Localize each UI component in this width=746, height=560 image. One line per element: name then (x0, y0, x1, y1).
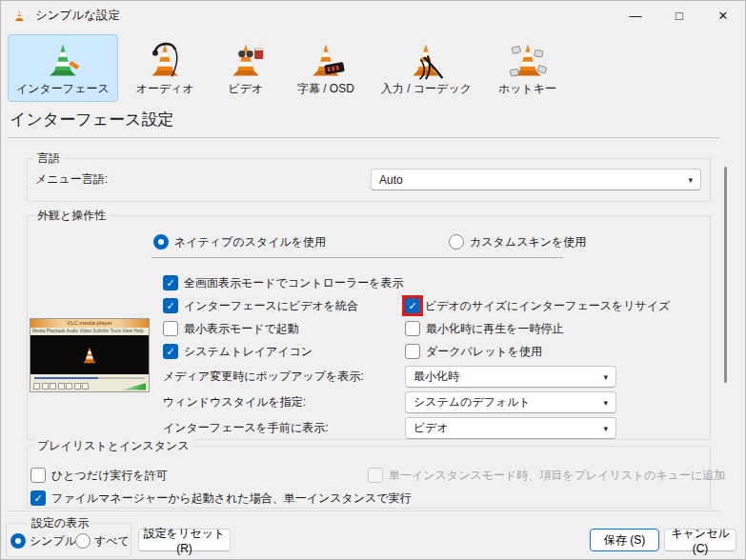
radio-icon[interactable] (75, 533, 91, 549)
chevron-down-icon: ▾ (603, 372, 608, 382)
preview-seek-progress (34, 377, 98, 379)
group-playlist-instances: プレイリストとインスタンス ひとつだけ実行を許可 単一インスタンスモード時、項目… (27, 446, 711, 509)
reset-preferences-button[interactable]: 設定をリセット (R) (138, 529, 231, 551)
chevron-down-icon: ▾ (603, 424, 608, 433)
maximize-button[interactable]: □ (657, 1, 701, 30)
footer-divider (8, 510, 719, 511)
menu-language-select[interactable]: Auto ▾ (371, 169, 701, 190)
checkbox-icon[interactable]: ✓ (30, 490, 46, 506)
checkbox-label: ひとつだけ実行を許可 (51, 468, 168, 484)
group-settings-view: 設定の表示 シンプル すべて (6, 523, 131, 557)
preview-button (82, 383, 89, 390)
radio-icon[interactable] (10, 533, 26, 549)
preview-cone-icon (77, 345, 102, 366)
checkbox-icon[interactable] (405, 321, 420, 336)
checkbox-icon[interactable] (405, 344, 420, 359)
group-playlist-title: プレイリストとインスタンス (33, 438, 193, 454)
preview-button (66, 383, 72, 390)
preview-seekbar (30, 374, 149, 381)
tab-subtitles-osd[interactable]: 字幕 / OSD (289, 34, 363, 102)
interface-preview-image: VLC media player Media Playback Audio Vi… (30, 318, 150, 392)
radio-custom-skin[interactable]: カスタムスキンを使用 (449, 233, 586, 250)
preview-button (33, 383, 40, 390)
group-language-title: 言語 (33, 150, 64, 167)
cancel-button[interactable]: キャンセル (C) (664, 529, 736, 551)
radio-icon[interactable] (449, 234, 464, 250)
checkbox-icon[interactable]: ✓ (405, 298, 420, 313)
tab-label: オーディオ (136, 81, 194, 97)
tab-video[interactable]: ビデオ (212, 34, 279, 102)
menu-language-label: メニュー言語: (35, 169, 108, 190)
tab-hotkeys[interactable]: ホットキー (490, 34, 565, 102)
vertical-scrollbar[interactable] (724, 167, 727, 383)
preview-controls (30, 381, 149, 391)
category-toolbar: インターフェース オーディオ ビデオ (8, 34, 565, 102)
preview-seek-track (34, 377, 145, 379)
interface-on-top-select[interactable]: ビデオ ▾ (405, 417, 616, 439)
group-language: 言語 メニュー言語: Auto ▾ (27, 158, 711, 202)
checkbox-fullscreen-controller[interactable]: ✓ 全画面表示モードでコントローラーを表示 (163, 274, 404, 291)
popup-on-media-change-select[interactable]: 最小化時 ▾ (405, 366, 616, 388)
preview-button (50, 383, 56, 390)
checkbox-label: 最小表示モードで起動 (184, 321, 299, 337)
checkbox-label: ファイルマネージャーから起動された場合、単一インスタンスで実行 (51, 490, 412, 507)
radio-label: すべて (94, 533, 130, 550)
checkbox-allow-one-instance[interactable]: ひとつだけ実行を許可 (30, 467, 168, 484)
checkbox-label: ビデオのサイズにインターフェースをリサイズ (425, 298, 670, 314)
tab-audio[interactable]: オーディオ (128, 34, 203, 102)
checkbox-label: 単一インスタンスモード時、項目をプレイリストのキューに追加 (389, 468, 725, 484)
checkbox-dark-palette[interactable]: ダークパレットを使用 (405, 343, 542, 360)
select-value: ビデオ (413, 420, 449, 436)
radio-simple-prefs[interactable]: シンプル (10, 532, 76, 550)
window-style-select[interactable]: システムのデフォルト ▾ (405, 391, 616, 413)
tab-label: 入力 / コーデック (381, 81, 472, 97)
popup-on-media-change-label: メディア変更時にポップアップを表示: (163, 366, 364, 388)
tab-input-codecs[interactable]: 入力 / コーデック (373, 34, 480, 102)
preview-button (58, 383, 65, 390)
checkbox-embed-video[interactable]: ✓ インターフェースにビデオを統合 (163, 297, 358, 314)
radio-icon[interactable] (153, 234, 169, 250)
preview-menubar: Media Playback Audio Video Subtitle Tool… (30, 328, 149, 335)
checkbox-filemanager-single-instance[interactable]: ✓ ファイルマネージャーから起動された場合、単一インスタンスで実行 (30, 490, 412, 507)
checkbox-icon[interactable]: ✓ (163, 298, 178, 313)
input-codecs-cone-icon (401, 40, 451, 80)
minimize-button[interactable]: — (614, 1, 657, 30)
window-title: シンプルな設定 (35, 8, 120, 24)
tab-interface[interactable]: インターフェース (8, 34, 118, 102)
checkbox-label: システムトレイアイコン (184, 344, 313, 360)
checkbox-icon[interactable]: ✓ (163, 344, 178, 359)
checkbox-icon[interactable] (30, 468, 46, 483)
window-controls: — □ ✕ (614, 1, 745, 30)
checkbox-label: ダークパレットを使用 (426, 344, 542, 360)
preview-button (74, 383, 81, 390)
checkbox-icon (368, 468, 383, 483)
settings-view-title: 設定の表示 (28, 515, 92, 531)
interface-on-top-label: インターフェースを手前に表示: (163, 417, 329, 439)
checkbox-resize-interface-to-video[interactable]: ✓ ビデオのサイズにインターフェースをリサイズ (405, 297, 670, 314)
heading-divider (8, 137, 719, 138)
interface-cone-icon (38, 40, 88, 80)
checkbox-pause-on-minimize[interactable]: 最小化時に再生を一時停止 (405, 320, 564, 337)
select-value: Auto (379, 173, 403, 187)
window-style-label: ウィンドウスタイルを指定: (163, 391, 306, 413)
radio-native-style[interactable]: ネイティブのスタイルを使用 (153, 233, 326, 250)
close-button[interactable]: ✕ (701, 1, 745, 30)
select-value: 最小化時 (413, 369, 459, 385)
radio-all-prefs[interactable]: すべて (75, 532, 130, 550)
save-button[interactable]: 保存 (S) (590, 529, 659, 551)
checkbox-start-minimal-view[interactable]: 最小表示モードで起動 (163, 320, 299, 337)
tab-label: インターフェース (16, 81, 110, 97)
chevron-down-icon: ▾ (688, 175, 693, 185)
vlc-cone-icon (11, 9, 28, 23)
checkbox-icon[interactable] (163, 321, 178, 336)
audio-cone-icon (140, 40, 190, 80)
checkbox-icon[interactable]: ✓ (163, 275, 178, 290)
checkbox-label: インターフェースにビデオを統合 (184, 298, 358, 314)
chevron-down-icon: ▾ (603, 398, 608, 408)
tab-label: ビデオ (228, 81, 263, 97)
checkbox-systray-icon[interactable]: ✓ システムトレイアイコン (163, 343, 313, 360)
group-look-and-feel: 外観と操作性 ネイティブのスタイルを使用 カスタムスキンを使用 ✓ 全画面表示モ… (27, 215, 711, 440)
radio-label: カスタムスキンを使用 (470, 234, 586, 250)
preview-video-area (30, 335, 149, 374)
titlebar[interactable]: シンプルな設定 — □ ✕ (0, 0, 746, 30)
